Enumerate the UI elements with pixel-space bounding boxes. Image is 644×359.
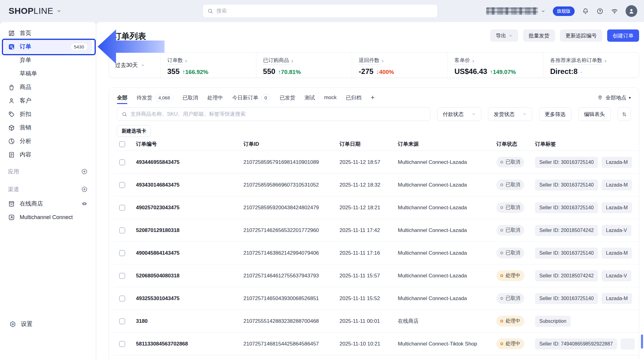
row-checkbox[interactable] (119, 182, 125, 188)
more-filters-button[interactable]: 更多筛选 (539, 107, 572, 121)
order-number[interactable]: 520870129180318 (134, 227, 241, 234)
table-row[interactable]: 4934469558434752107258595791698141090108… (114, 151, 639, 174)
plus-circle-icon[interactable] (81, 168, 88, 175)
sidebar-item-home[interactable]: 首页 (4, 26, 92, 40)
order-search[interactable] (117, 107, 430, 121)
status-dot-icon (500, 183, 503, 186)
sidebar-item-settings[interactable]: 设置 (5, 317, 91, 331)
order-date: 2025-11-11 15:52 (337, 295, 395, 302)
sidebar-item-products[interactable]: 商品 (4, 80, 92, 94)
sidebar-item-drafts[interactable]: 草稿单 (4, 67, 92, 80)
time-range-selector[interactable]: 过去30天 (109, 52, 161, 78)
table-row[interactable]: 5208701291803182107257146265653220177296… (114, 219, 639, 242)
order-number[interactable]: 520680504080318 (134, 273, 241, 279)
table-row[interactable]: 4934301468434752107258595866960731053105… (114, 174, 639, 196)
metric-2[interactable]: 退回件数›-275↓400% (352, 52, 448, 78)
order-number[interactable]: 490045864143475 (134, 250, 241, 256)
sidebar-item-orders[interactable]: 订单 5430 (4, 40, 92, 53)
user-avatar[interactable] (626, 5, 637, 17)
order-id: 21072571462656532201772960 (241, 227, 337, 234)
update-tracking-button[interactable]: 更新追踪编号 (560, 29, 602, 42)
bell-icon[interactable] (582, 8, 589, 15)
row-checkbox[interactable] (119, 295, 125, 302)
row-checkbox[interactable] (119, 159, 125, 165)
table-row[interactable]: 4902570230434752107258595920043842480247… (114, 196, 639, 219)
help-icon[interactable] (596, 8, 603, 15)
row-checkbox[interactable] (119, 341, 125, 347)
row-checkbox[interactable] (119, 227, 125, 234)
scrollbar-thumb[interactable] (641, 334, 643, 349)
location-filter[interactable]: 全部地点▾ (597, 94, 631, 101)
order-number[interactable]: 493430146843475 (134, 182, 241, 188)
row-checkbox[interactable] (119, 318, 125, 324)
order-search-input[interactable] (130, 111, 426, 117)
sidebar-item-label: 草稿单 (20, 70, 37, 78)
tab-4[interactable]: 今日新订单0 (232, 94, 270, 101)
metric-3[interactable]: 客单价›US$46.43↑149.07% (448, 52, 543, 78)
tab-6[interactable]: 测试 (305, 94, 315, 101)
tab-1[interactable]: 待发货4,068 (137, 94, 173, 101)
metric-trend: ↓400% (376, 69, 394, 75)
tab-3[interactable]: 处理中 (208, 94, 223, 101)
status-badge: 已取消 (496, 293, 524, 304)
status-dot-icon (500, 161, 503, 164)
plan-badge[interactable]: 旗舰版 (553, 6, 575, 16)
fulfillment-status-dropdown[interactable]: 发货状态 (488, 107, 532, 121)
add-tab-button[interactable]: + (371, 94, 375, 102)
table-row[interactable]: 4932553010434752107257146504393006852685… (114, 287, 639, 310)
payment-status-dropdown[interactable]: 付款状态 (437, 107, 481, 121)
row-checkbox[interactable] (119, 250, 125, 256)
create-order-button[interactable]: 创建订单 (607, 29, 639, 42)
global-search-input[interactable] (216, 8, 433, 14)
order-number[interactable]: 493446955843475 (134, 159, 241, 165)
table-row[interactable]: 5811330845637028682107257146815442586458… (114, 333, 639, 355)
status-dot-icon (500, 274, 503, 277)
tab-2[interactable]: 已取消 (183, 94, 198, 101)
row-checkbox[interactable] (119, 273, 125, 279)
sidebar-item-content[interactable]: 内容 (4, 148, 92, 161)
eye-icon[interactable] (81, 200, 88, 207)
plus-circle-icon[interactable] (81, 186, 88, 193)
sidebar-item-abandoned[interactable]: 弃单 (4, 53, 92, 67)
order-tags: Seller ID: 300163725140Lazada-M (533, 180, 639, 191)
create-order-label: 创建订单 (613, 32, 634, 39)
sidebar-item-marketing[interactable]: 营销 (4, 121, 92, 134)
row-checkbox[interactable] (119, 205, 125, 211)
tab-8[interactable]: 已归档 (346, 94, 362, 101)
edit-columns-label: 编辑表头 (584, 111, 605, 118)
sidebar-item-discounts[interactable]: 折扣 (4, 107, 92, 121)
new-tab-button[interactable]: 新建选项卡 (117, 125, 151, 137)
tab-7[interactable]: mock (324, 95, 337, 101)
order-number[interactable]: 490257023043475 (134, 205, 241, 211)
metric-1[interactable]: 已订购商品›550↑70.81% (256, 52, 352, 78)
table-row[interactable]: 5206805040803182107257146461275563794379… (114, 264, 639, 287)
select-all-checkbox[interactable] (119, 141, 125, 147)
shopline-logo[interactable]: SHOPLINE (9, 6, 61, 16)
sidebar-item-online-store[interactable]: 在线商店 (4, 197, 92, 210)
order-number[interactable]: 3180 (134, 318, 241, 324)
sidebar-item-customers[interactable]: 客户 (4, 94, 92, 107)
table-row[interactable]: 4900458641434752107257146386214299407940… (114, 242, 639, 264)
metric-label: 订单数 (167, 57, 183, 65)
global-search[interactable] (203, 4, 438, 18)
sidebar-item-analytics[interactable]: 分析 (4, 134, 92, 148)
tab-5[interactable]: 已发货 (280, 94, 295, 101)
store-switcher[interactable] (486, 7, 545, 15)
content-icon (8, 151, 15, 158)
export-button[interactable]: 导出 (490, 29, 518, 42)
wifi-icon[interactable] (611, 7, 618, 15)
order-number[interactable]: 493255301043475 (134, 295, 241, 302)
sort-button[interactable] (618, 107, 631, 121)
search-icon (122, 111, 127, 117)
metric-0[interactable]: 订单数›355↑166.92% (161, 52, 256, 78)
order-date: 2025-11-10 10:21 (337, 341, 395, 347)
order-number[interactable]: 581133084563702868 (134, 341, 241, 347)
sidebar-item-multichannel-connect[interactable]: Multichannel Connect (4, 210, 92, 224)
order-tabs: 全部待发货4,068已取消处理中今日新订单0已发货测试mock已归档+全部地点▾ (117, 93, 631, 102)
metric-4[interactable]: 各推荐来源名称订单数›Direct:8- (543, 52, 639, 78)
edit-columns-button[interactable]: 编辑表头 (578, 107, 611, 121)
sidebar-item-label: 内容 (20, 151, 31, 159)
bulk-ship-button[interactable]: 批量发货 (523, 29, 555, 42)
tab-0[interactable]: 全部 (117, 94, 127, 101)
table-row[interactable]: 3180210725551428832382887004682025-11-11… (114, 310, 639, 333)
